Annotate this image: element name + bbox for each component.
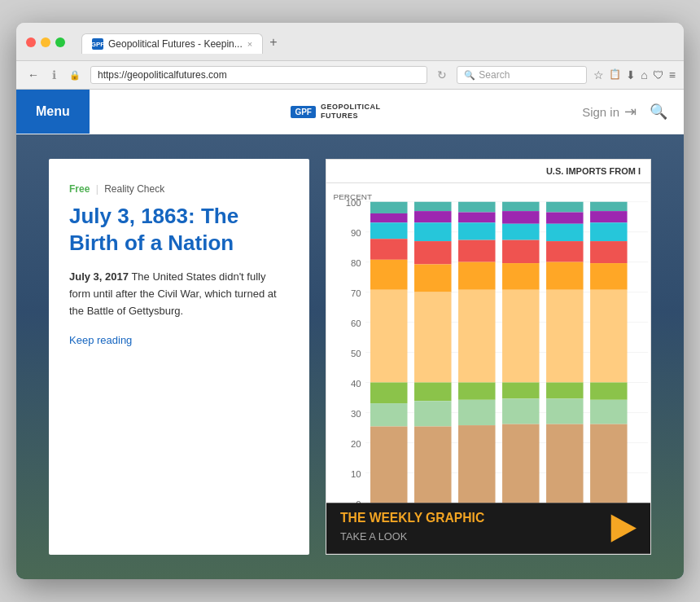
svg-text:30: 30 xyxy=(351,409,361,419)
svg-rect-61 xyxy=(546,224,583,241)
svg-rect-45 xyxy=(458,262,495,290)
browser-search-bar[interactable]: 🔍 Search xyxy=(457,66,587,84)
article-title: July 3, 1863: The Birth of a Nation xyxy=(69,203,289,256)
sign-in-area: Sign in ⇥ 🔍 xyxy=(582,103,684,121)
tab-close-btn[interactable]: × xyxy=(247,39,252,49)
url-text: https://geopoliticalfutures.com xyxy=(98,69,227,81)
minimize-traffic-light[interactable] xyxy=(41,37,50,47)
site-header: Menu GPF GEOPOLITICAL FUTURES Sign in ⇥ … xyxy=(16,90,684,134)
reload-btn[interactable]: ↻ xyxy=(434,67,450,83)
svg-rect-57 xyxy=(502,398,539,424)
hero-area: Free | Reality Check July 3, 1863: The B… xyxy=(16,134,684,579)
svg-rect-56 xyxy=(502,383,539,399)
category-label: Reality Check xyxy=(104,183,164,195)
svg-rect-55 xyxy=(502,290,539,383)
browser-window: GPF Geopolitical Futures - Keepin... × +… xyxy=(16,23,684,579)
logo-text: GEOPOLITICAL FUTURES xyxy=(321,103,381,121)
keep-reading-link[interactable]: Keep reading xyxy=(69,334,132,346)
svg-rect-73 xyxy=(590,290,627,383)
chart-panel: U.S. IMPORTS FROM I 100 90 80 70 60 50 4… xyxy=(326,159,651,555)
svg-text:70: 70 xyxy=(351,288,361,298)
svg-rect-44 xyxy=(458,240,495,262)
svg-rect-59 xyxy=(546,202,583,213)
svg-rect-28 xyxy=(370,290,407,383)
svg-text:20: 20 xyxy=(351,439,361,449)
svg-rect-66 xyxy=(546,398,583,424)
svg-rect-69 xyxy=(590,211,627,222)
svg-rect-31 xyxy=(370,427,407,503)
svg-text:80: 80 xyxy=(351,258,361,268)
svg-rect-76 xyxy=(590,424,627,503)
menu-icon[interactable]: ≡ xyxy=(669,68,676,81)
back-btn[interactable]: ← xyxy=(24,67,42,83)
site-search-button[interactable]: 🔍 xyxy=(650,103,667,121)
active-tab[interactable]: GPF Geopolitical Futures - Keepin... × xyxy=(81,33,263,54)
lock-icon: 🔒 xyxy=(66,68,84,82)
free-label: Free xyxy=(69,183,90,195)
svg-rect-38 xyxy=(414,383,451,402)
svg-rect-43 xyxy=(458,222,495,239)
tag-pipe: | xyxy=(96,183,98,195)
svg-rect-53 xyxy=(502,240,539,263)
svg-rect-30 xyxy=(370,403,407,426)
bookmark-icon[interactable]: ☆ xyxy=(593,68,604,81)
info-btn[interactable]: ℹ xyxy=(49,67,59,83)
svg-rect-36 xyxy=(414,265,451,292)
maximize-traffic-light[interactable] xyxy=(55,37,65,47)
traffic-lights xyxy=(26,37,65,47)
site-content: Menu GPF GEOPOLITICAL FUTURES Sign in ⇥ … xyxy=(16,90,684,579)
article-excerpt: July 3, 2017 The United States didn't fu… xyxy=(69,269,289,319)
download-icon[interactable]: ⬇ xyxy=(626,68,636,81)
reader-icon[interactable]: 📋 xyxy=(609,68,621,81)
svg-rect-58 xyxy=(502,424,539,503)
hero-content: Free | Reality Check July 3, 1863: The B… xyxy=(16,134,684,579)
sign-in-label: Sign in xyxy=(582,105,619,119)
svg-rect-54 xyxy=(502,263,539,290)
svg-rect-23 xyxy=(370,202,407,213)
svg-rect-62 xyxy=(546,241,583,262)
title-bar: GPF Geopolitical Futures - Keepin... × + xyxy=(16,23,684,61)
svg-rect-51 xyxy=(502,211,539,224)
svg-rect-35 xyxy=(414,241,451,264)
svg-rect-52 xyxy=(502,224,539,240)
svg-rect-64 xyxy=(546,290,583,383)
svg-rect-29 xyxy=(370,383,407,404)
svg-rect-60 xyxy=(546,213,583,224)
menu-button[interactable]: Menu xyxy=(16,90,90,134)
svg-rect-41 xyxy=(458,202,495,213)
svg-rect-40 xyxy=(414,427,451,503)
svg-rect-70 xyxy=(590,222,627,241)
shield-icon[interactable]: 🛡 xyxy=(653,68,664,81)
svg-rect-72 xyxy=(590,263,627,290)
stacked-bar-chart: 100 90 80 70 60 50 40 30 20 10 0 PERCENT xyxy=(326,183,650,554)
svg-rect-47 xyxy=(458,383,495,400)
svg-rect-67 xyxy=(546,424,583,503)
sign-in-arrow-icon: ⇥ xyxy=(624,103,637,121)
svg-text:40: 40 xyxy=(351,379,361,389)
svg-rect-75 xyxy=(590,400,627,424)
svg-rect-71 xyxy=(590,241,627,263)
svg-rect-42 xyxy=(458,213,495,223)
article-card: Free | Reality Check July 3, 1863: The B… xyxy=(49,159,309,555)
search-placeholder: Search xyxy=(479,69,510,81)
sign-in-button[interactable]: Sign in ⇥ xyxy=(582,103,637,121)
svg-rect-63 xyxy=(546,262,583,290)
svg-rect-32 xyxy=(414,202,451,211)
tab-title: Geopolitical Futures - Keepin... xyxy=(108,38,243,50)
svg-text:TAKE A LOOK: TAKE A LOOK xyxy=(340,530,408,543)
svg-rect-25 xyxy=(370,222,407,239)
close-traffic-light[interactable] xyxy=(26,37,36,47)
svg-rect-49 xyxy=(458,425,495,503)
home-icon[interactable]: ⌂ xyxy=(641,68,647,81)
svg-text:90: 90 xyxy=(351,228,361,238)
svg-rect-39 xyxy=(414,401,451,426)
url-bar[interactable]: https://geopoliticalfutures.com xyxy=(90,66,427,84)
svg-rect-33 xyxy=(414,211,451,222)
svg-text:10: 10 xyxy=(351,469,361,479)
tab-favicon: GPF xyxy=(92,38,103,50)
address-bar: ← ℹ 🔒 https://geopoliticalfutures.com ↻ … xyxy=(16,61,684,90)
svg-rect-34 xyxy=(414,222,451,241)
svg-rect-74 xyxy=(590,383,627,400)
new-tab-btn[interactable]: + xyxy=(263,31,283,54)
svg-rect-50 xyxy=(502,202,539,211)
